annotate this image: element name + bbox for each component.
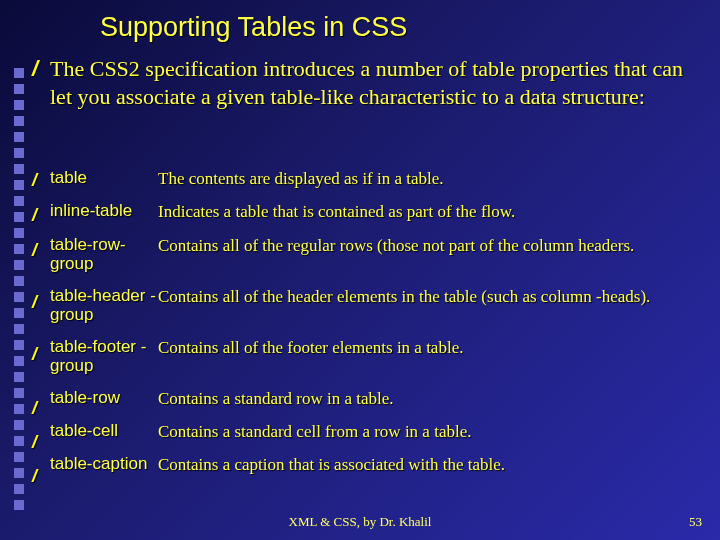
bullet-icon: / bbox=[32, 432, 37, 453]
description: Contains a standard cell from a row in a… bbox=[158, 421, 471, 442]
page-number: 53 bbox=[689, 514, 702, 530]
intro-text: The CSS2 specification introduces a numb… bbox=[50, 55, 690, 110]
bullet-icon: / bbox=[32, 240, 37, 261]
description: Contains a standard row in a table. bbox=[158, 388, 394, 409]
term: inline-table bbox=[50, 201, 158, 221]
term: table-cell bbox=[50, 421, 158, 441]
bullet-icon: / bbox=[32, 398, 37, 419]
bullet-icon: / bbox=[32, 466, 37, 487]
term: table-caption bbox=[50, 454, 158, 474]
bullet-icon: / bbox=[32, 205, 37, 226]
list-item: table-row Contains a standard row in a t… bbox=[50, 388, 698, 409]
list-item: table-row-group Contains all of the regu… bbox=[50, 235, 698, 274]
description: Indicates a table that is contained as p… bbox=[158, 201, 515, 222]
footer-text: XML & CSS, by Dr. Khalil bbox=[0, 514, 720, 530]
bullet-icon: / bbox=[32, 170, 37, 191]
description: Contains a caption that is associated wi… bbox=[158, 454, 505, 475]
bullet-icon: / bbox=[32, 292, 37, 313]
list-item: table-header -group Contains all of the … bbox=[50, 286, 698, 325]
term: table-row bbox=[50, 388, 158, 408]
term: table-footer -group bbox=[50, 337, 158, 376]
slide-title: Supporting Tables in CSS bbox=[100, 12, 407, 43]
term: table bbox=[50, 168, 158, 188]
bullet-icon: / bbox=[32, 56, 38, 82]
definition-list: table The contents are displayed as if i… bbox=[50, 168, 698, 488]
list-item: inline-table Indicates a table that is c… bbox=[50, 201, 698, 222]
list-item: table-footer -group Contains all of the … bbox=[50, 337, 698, 376]
term: table-row-group bbox=[50, 235, 158, 274]
term: table-header -group bbox=[50, 286, 158, 325]
description: The contents are displayed as if in a ta… bbox=[158, 168, 444, 189]
description: Contains all of the regular rows (those … bbox=[158, 235, 634, 256]
list-item: table-cell Contains a standard cell from… bbox=[50, 421, 698, 442]
description: Contains all of the footer elements in a… bbox=[158, 337, 463, 358]
bullet-icon: / bbox=[32, 344, 37, 365]
decorative-squares bbox=[14, 68, 24, 510]
list-item: table-caption Contains a caption that is… bbox=[50, 454, 698, 475]
description: Contains all of the header elements in t… bbox=[158, 286, 650, 307]
list-item: table The contents are displayed as if i… bbox=[50, 168, 698, 189]
